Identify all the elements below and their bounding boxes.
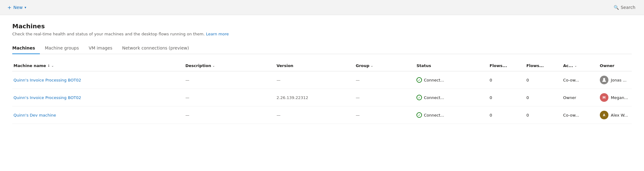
status-label: Connect... xyxy=(424,78,444,82)
chevron-down-icon: ▾ xyxy=(25,6,26,10)
learn-more-link[interactable]: Learn more xyxy=(206,32,229,36)
avatar: A xyxy=(600,111,608,119)
col-header-status[interactable]: Status xyxy=(413,60,486,71)
chevron-down-icon: ⌄ xyxy=(574,64,577,67)
cell-machine-name[interactable]: Quinn's Invoice Processing BOT02 xyxy=(12,89,182,106)
search-label: Search xyxy=(621,5,635,10)
tab-machine-groups[interactable]: Machine groups xyxy=(40,42,84,54)
page-subtitle: Check the real-time health and status of… xyxy=(12,32,632,36)
cell-machine-name[interactable]: Quinn's Dev machine xyxy=(12,106,182,124)
cell-group: — xyxy=(352,106,413,124)
table-row: Quinn's Invoice Processing BOT02 — — — C… xyxy=(12,71,632,89)
table-row: Quinn's Dev machine — — — Connect... 0 0… xyxy=(12,106,632,124)
status-label: Connect... xyxy=(424,113,444,117)
col-header-flows1[interactable]: Flows... xyxy=(486,60,523,71)
tab-network-connections[interactable]: Network connections (preview) xyxy=(117,42,194,54)
cell-flows2: 0 xyxy=(523,71,559,89)
avatar: M xyxy=(600,93,608,102)
cell-group: — xyxy=(352,71,413,89)
cell-version: — xyxy=(273,106,352,124)
plus-icon: + xyxy=(7,5,11,10)
col-header-ac[interactable]: Ac... ⌄ xyxy=(559,60,596,71)
top-bar: + New ▾ 🔍 Search xyxy=(0,0,644,15)
owner-name: Megan... xyxy=(611,95,628,100)
cell-group: — xyxy=(352,89,413,106)
status-connected-icon xyxy=(416,95,422,100)
cell-ac: Co-ow... xyxy=(559,71,596,89)
cell-ac: Co-ow... xyxy=(559,106,596,124)
col-header-group[interactable]: Group ⌄ xyxy=(352,60,413,71)
cell-flows1: 0 xyxy=(486,106,523,124)
tabs-bar: Machines Machine groups VM images Networ… xyxy=(12,42,632,54)
cell-status: Connect... xyxy=(413,89,486,106)
search-button[interactable]: 🔍 Search xyxy=(610,3,639,12)
tab-vm-images[interactable]: VM images xyxy=(84,42,117,54)
cell-description: — xyxy=(182,106,273,124)
owner-name: Alex W... xyxy=(611,113,628,117)
col-header-machine-name[interactable]: Machine name ↓ ⌄ xyxy=(12,60,182,71)
sort-desc-icon: ↓ xyxy=(47,64,50,68)
page-title: Machines xyxy=(12,22,632,30)
cell-flows1: 0 xyxy=(486,71,523,89)
svg-point-0 xyxy=(603,78,605,80)
cell-ac: Owner xyxy=(559,89,596,106)
search-icon: 🔍 xyxy=(614,5,619,10)
col-header-description[interactable]: Description ⌄ xyxy=(182,60,273,71)
machines-table: Machine name ↓ ⌄ Description ⌄ Ver xyxy=(12,60,632,124)
cell-owner: A Alex W... xyxy=(596,106,632,124)
cell-version: 2.26.139.22312 xyxy=(273,89,352,106)
new-button[interactable]: + New ▾ xyxy=(5,3,29,12)
cell-flows2: 0 xyxy=(523,89,559,106)
cell-description: — xyxy=(182,89,273,106)
new-label: New xyxy=(13,5,23,10)
chevron-down-icon: ⌄ xyxy=(371,64,373,67)
cell-version: — xyxy=(273,71,352,89)
cell-owner: M Megan... xyxy=(596,89,632,106)
col-header-version[interactable]: Version xyxy=(273,60,352,71)
cell-flows1: 0 xyxy=(486,89,523,106)
avatar xyxy=(600,76,608,84)
cell-description: — xyxy=(182,71,273,89)
cell-status: Connect... xyxy=(413,106,486,124)
table-row: Quinn's Invoice Processing BOT02 — 2.26.… xyxy=(12,89,632,106)
machines-table-container: Machine name ↓ ⌄ Description ⌄ Ver xyxy=(12,60,632,124)
status-label: Connect... xyxy=(424,95,444,100)
chevron-down-icon: ⌄ xyxy=(213,64,215,67)
owner-name: Jonas ... xyxy=(611,78,627,82)
table-header-row: Machine name ↓ ⌄ Description ⌄ Ver xyxy=(12,60,632,71)
cell-flows2: 0 xyxy=(523,106,559,124)
status-connected-icon xyxy=(416,112,422,118)
status-connected-icon xyxy=(416,77,422,83)
tab-machines[interactable]: Machines xyxy=(12,42,40,54)
cell-status: Connect... xyxy=(413,71,486,89)
col-header-flows2[interactable]: Flows... xyxy=(523,60,559,71)
cell-machine-name[interactable]: Quinn's Invoice Processing BOT02 xyxy=(12,71,182,89)
cell-owner: Jonas ... xyxy=(596,71,632,89)
col-header-owner[interactable]: Owner xyxy=(596,60,632,71)
chevron-down-icon: ⌄ xyxy=(51,64,54,67)
main-content: Machines Check the real-time health and … xyxy=(0,15,644,171)
